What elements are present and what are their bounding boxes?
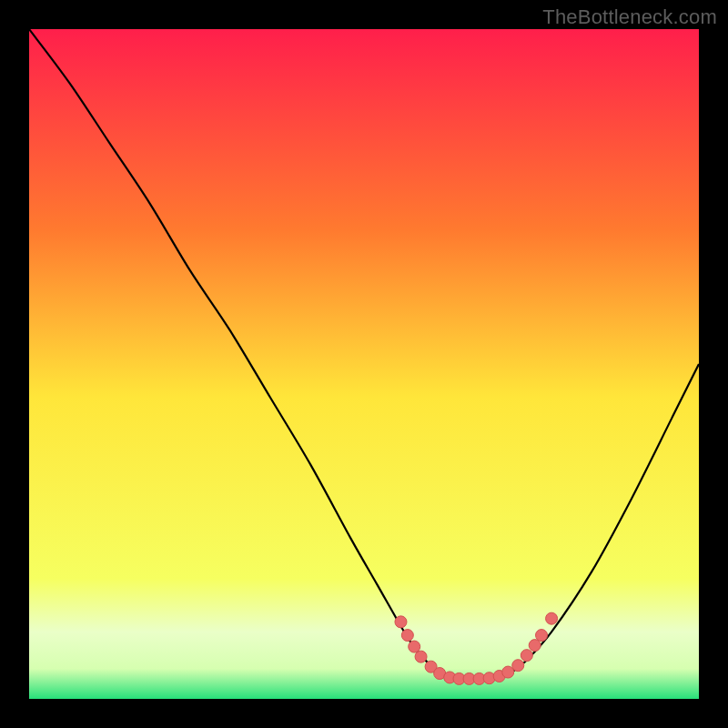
watermark-text: TheBottleneck.com (542, 5, 717, 29)
chart-svg (29, 29, 699, 699)
curve-marker (536, 630, 548, 642)
curve-marker (512, 660, 524, 672)
curve-marker (395, 616, 407, 628)
chart-plot-area (29, 29, 699, 699)
curve-marker (502, 666, 514, 678)
curve-marker (521, 650, 532, 662)
chart-stage: TheBottleneck.com (0, 0, 728, 728)
curve-marker (529, 640, 541, 652)
curve-marker (409, 641, 420, 652)
curve-marker (415, 651, 427, 662)
curve-marker (546, 612, 558, 624)
curve-marker (401, 630, 413, 642)
gradient-background (29, 29, 699, 699)
